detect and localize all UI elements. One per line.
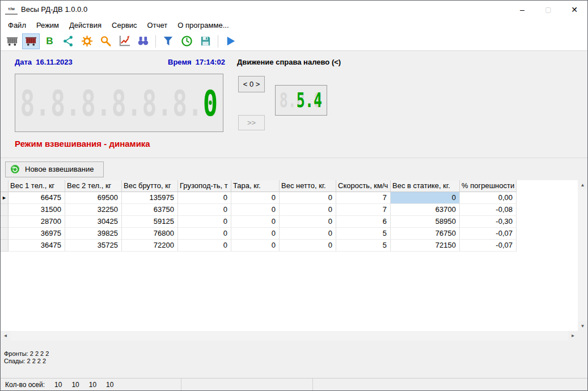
table-cell[interactable]: -0,30: [460, 216, 517, 228]
table-cell[interactable]: 6: [336, 216, 391, 228]
menu-file[interactable]: Файл: [3, 19, 31, 31]
table-cell[interactable]: 32250: [65, 204, 122, 216]
close-button[interactable]: ✕: [561, 1, 587, 18]
weighing-button[interactable]: В: [41, 33, 58, 49]
column-header[interactable]: Вес нетто, кг.: [280, 180, 336, 192]
table-row[interactable]: 287003042559125000658950-0,30: [1, 216, 578, 228]
table-cell[interactable]: 0: [231, 228, 280, 240]
vertical-scrollbar[interactable]: ▲ ▼: [578, 180, 587, 331]
column-header[interactable]: Вес в статике, кг.: [391, 180, 460, 192]
table-cell[interactable]: 0: [231, 240, 280, 252]
table-cell[interactable]: 0: [280, 240, 336, 252]
table-cell[interactable]: 0: [280, 228, 336, 240]
maximize-button[interactable]: ▢: [535, 1, 561, 18]
table-cell[interactable]: 63700: [391, 204, 460, 216]
table-cell[interactable]: 0: [178, 204, 231, 216]
search-button[interactable]: [97, 33, 115, 49]
table-cell[interactable]: 36475: [9, 240, 65, 252]
table-cell[interactable]: 31500: [9, 204, 65, 216]
menu-mode[interactable]: Режим: [31, 19, 64, 31]
row-selector[interactable]: [1, 204, 9, 216]
column-header[interactable]: % погрешности: [460, 180, 517, 192]
table-cell[interactable]: 5: [336, 228, 391, 240]
display-row: 8.8.8.8.8.8.8 0 < 0 > >> 8.8.8 5.4: [15, 74, 587, 132]
column-header[interactable]: Тара, кг.: [231, 180, 280, 192]
scroll-left-arrow[interactable]: ◄: [1, 331, 10, 341]
time-field: Время 17:14:02: [168, 58, 237, 69]
table-cell[interactable]: 0: [231, 204, 280, 216]
table-row[interactable]: 364753572572200000572150-0,07: [1, 240, 578, 252]
table-cell[interactable]: 36975: [9, 228, 65, 240]
menu-actions[interactable]: Действия: [64, 19, 107, 31]
table-cell[interactable]: -0,08: [460, 204, 517, 216]
table-cell[interactable]: 0: [280, 216, 336, 228]
table-cell[interactable]: 72200: [122, 240, 178, 252]
row-selector[interactable]: [1, 228, 9, 240]
table-cell[interactable]: 58950: [391, 216, 460, 228]
start-button[interactable]: [222, 33, 239, 49]
main-weight-display: 8.8.8.8.8.8.8 0: [15, 74, 223, 132]
table-cell[interactable]: 135975: [122, 192, 178, 204]
table-cell[interactable]: 66475: [9, 192, 65, 204]
table-cell[interactable]: 0: [178, 228, 231, 240]
table-cell[interactable]: 0: [178, 192, 231, 204]
new-weighing-button[interactable]: Новое взвешивание: [5, 162, 104, 177]
table-cell[interactable]: 28700: [9, 216, 65, 228]
row-selector[interactable]: ►: [1, 192, 9, 204]
column-header[interactable]: Вес 2 тел., кг: [65, 180, 122, 192]
table-cell[interactable]: 5: [336, 240, 391, 252]
table-cell[interactable]: 7: [336, 204, 391, 216]
table-cell[interactable]: -0,07: [460, 240, 517, 252]
table-cell[interactable]: 69500: [65, 192, 122, 204]
row-selector[interactable]: [1, 240, 9, 252]
graph-nodes-button[interactable]: [60, 33, 77, 49]
column-header[interactable]: Скорость, км/ч: [336, 180, 391, 192]
menu-report[interactable]: Отчет: [142, 19, 173, 31]
table-cell[interactable]: 76750: [391, 228, 460, 240]
table-cell[interactable]: 35725: [65, 240, 122, 252]
table-row[interactable]: 369753982576800000576750-0,07: [1, 228, 578, 240]
table-cell[interactable]: 76800: [122, 228, 178, 240]
table-row[interactable]: ►6647569500135975000700,00: [1, 192, 578, 204]
horizontal-scrollbar[interactable]: ◄ ►: [1, 331, 578, 341]
train-button[interactable]: [3, 33, 21, 49]
forward-button[interactable]: >>: [238, 115, 265, 130]
table-cell[interactable]: 59125: [122, 216, 178, 228]
clock-button[interactable]: [178, 33, 196, 49]
table-cell[interactable]: -0,07: [460, 228, 517, 240]
table-cell[interactable]: 7: [336, 192, 391, 204]
wagon-button[interactable]: [22, 33, 40, 49]
menu-service[interactable]: Сервис: [107, 19, 142, 31]
table-row[interactable]: 315003225063750000763700-0,08: [1, 204, 578, 216]
row-selector[interactable]: [1, 216, 9, 228]
window-title: Весы РД-ДВ 1.0.0.0: [21, 5, 87, 14]
column-header[interactable]: Грузопод-ть, т: [178, 180, 231, 192]
app-window: т/м Весы РД-ДВ 1.0.0.0 – ▢ ✕ Файл Режим …: [0, 0, 588, 391]
scroll-up-arrow[interactable]: ▲: [578, 180, 587, 190]
table-cell[interactable]: 72150: [391, 240, 460, 252]
table-cell[interactable]: 0,00: [460, 192, 517, 204]
column-header[interactable]: Вес брутто, кг: [122, 180, 178, 192]
save-button[interactable]: [197, 33, 214, 49]
filter-button[interactable]: [159, 33, 177, 49]
table-cell[interactable]: 39825: [65, 228, 122, 240]
table-cell[interactable]: 0: [280, 204, 336, 216]
app-icon: т/м: [5, 5, 18, 15]
minimize-button[interactable]: –: [509, 1, 535, 18]
table-cell[interactable]: 0: [391, 192, 460, 204]
table-cell[interactable]: 0: [231, 192, 280, 204]
scroll-down-arrow[interactable]: ▼: [578, 321, 587, 331]
table-cell[interactable]: 0: [178, 240, 231, 252]
table-cell[interactable]: 63750: [122, 204, 178, 216]
binoculars-button[interactable]: [134, 33, 152, 49]
report-chart-button[interactable]: [116, 33, 133, 49]
table-cell[interactable]: 0: [178, 216, 231, 228]
table-cell[interactable]: 0: [231, 216, 280, 228]
menu-about[interactable]: О программе...: [172, 19, 234, 31]
settings-button[interactable]: [78, 33, 96, 49]
column-header[interactable]: Вес 1 тел., кг: [9, 180, 65, 192]
scroll-right-arrow[interactable]: ►: [568, 331, 578, 341]
table-cell[interactable]: 30425: [65, 216, 122, 228]
table-cell[interactable]: 0: [280, 192, 336, 204]
zero-button[interactable]: < 0 >: [238, 76, 265, 92]
